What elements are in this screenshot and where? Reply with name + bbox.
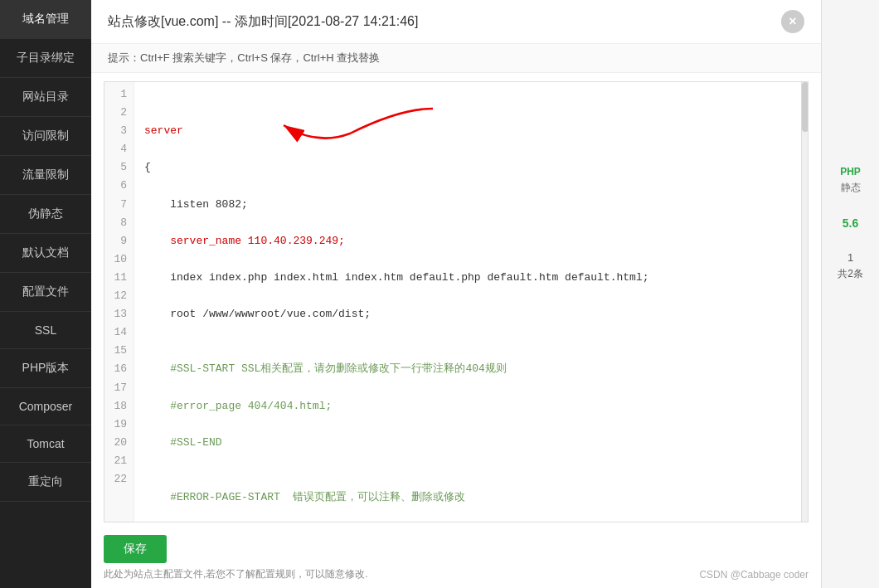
status-label: 静态 [841,181,861,195]
sidebar-item-traffic[interactable]: 流量限制 [0,156,91,195]
line-numbers: 12345 678910 1112131415 1617181920 2122 [104,82,134,522]
sidebar-item-ssl[interactable]: SSL [0,312,91,349]
page-num: 1 [847,251,853,264]
version-label: 5.6 [843,216,858,230]
sidebar-item-php-version[interactable]: PHP版本 [0,349,91,388]
watermark: CSDN @Cabbage coder [699,569,809,581]
sidebar-item-composer[interactable]: Composer [0,388,91,425]
hint-bar: 提示：Ctrl+F 搜索关键字，Ctrl+S 保存，Ctrl+H 查找替换 [91,44,821,73]
footer-text: 此处为站点主配置文件,若您不了解配置规则，可以随意修改. [104,567,368,581]
sidebar-item-tomcat[interactable]: Tomcat [0,425,91,463]
sidebar-item-config-file[interactable]: 配置文件 [0,273,91,312]
sidebar-item-access[interactable]: 访问限制 [0,117,91,156]
hint-text: 提示：Ctrl+F 搜索关键字，Ctrl+S 保存，Ctrl+H 查找替换 [108,51,380,64]
code-editor[interactable]: 12345 678910 1112131415 1617181920 2122 … [104,81,809,522]
page-title: 站点修改[vue.com] -- 添加时间[2021-08-27 14:21:4… [108,13,418,31]
php-badge: PHP [840,166,861,177]
save-button[interactable]: 保存 [104,535,167,563]
sidebar: 域名管理 子目录绑定 网站目录 访问限制 流量限制 伪静态 默认文档 配置文件 … [0,0,91,588]
code-area[interactable]: 12345 678910 1112131415 1617181920 2122 … [104,82,808,522]
right-panel: PHP 静态 5.6 1 共2条 [821,0,879,588]
code-content[interactable]: server { listen 8082; server_name 110.40… [134,82,808,522]
sidebar-item-webdir[interactable]: 网站目录 [0,78,91,117]
scrollbar[interactable] [801,82,808,522]
title-bar: 站点修改[vue.com] -- 添加时间[2021-08-27 14:21:4… [91,0,821,44]
sidebar-item-redirect[interactable]: 重定向 [0,463,91,502]
scrollbar-thumb[interactable] [802,82,808,132]
close-button[interactable]: × [781,10,804,33]
footer-note: 此处为站点主配置文件,若您不了解配置规则，可以随意修改. CSDN @Cabba… [91,567,821,588]
sidebar-item-domain[interactable]: 域名管理 [0,0,91,39]
sidebar-item-pseudo-static[interactable]: 伪静态 [0,195,91,234]
sidebar-item-subdir[interactable]: 子目录绑定 [0,39,91,78]
total-label: 共2条 [838,267,863,281]
sidebar-item-default-doc[interactable]: 默认文档 [0,234,91,273]
main-content: 站点修改[vue.com] -- 添加时间[2021-08-27 14:21:4… [91,0,821,588]
